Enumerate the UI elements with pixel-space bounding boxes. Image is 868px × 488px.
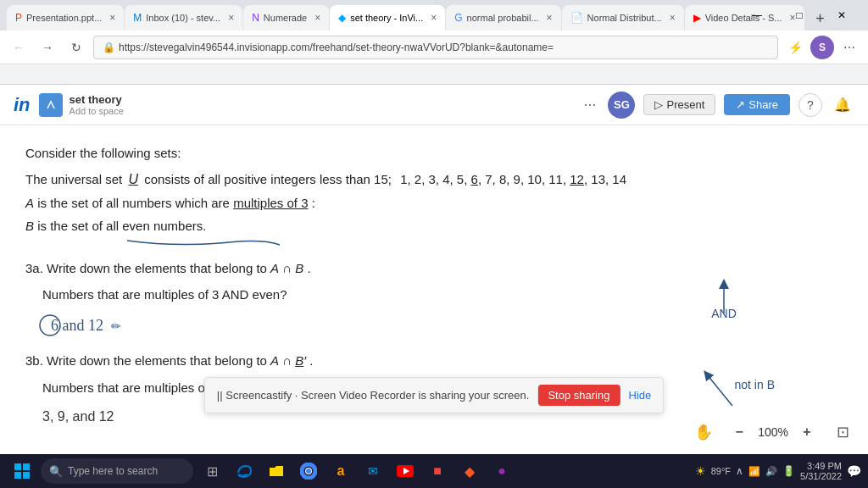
set-a-colon: : — [312, 196, 315, 210]
mail-icon: M — [133, 12, 142, 24]
tab-ppt-close[interactable]: × — [109, 12, 115, 24]
q3a-number: 3a. Write down the elements that belong … — [25, 261, 270, 275]
tab-mail-label: Inbox (10) - stev... — [146, 13, 220, 23]
app9[interactable]: ● — [487, 456, 517, 486]
window-controls: — □ ✕ — [731, 0, 868, 30]
mail-app[interactable]: ✉ — [358, 456, 388, 486]
svg-point-2 — [40, 315, 60, 336]
tab-normprob[interactable]: G normal probabil... × — [446, 5, 560, 30]
notification-center-button[interactable]: 💬 — [847, 464, 861, 478]
app-title-block: set theory Add to space — [70, 93, 124, 116]
screencastify-bar: || Screencastify · Screen Video Recorder… — [204, 377, 664, 413]
tab-ppt-label: Presentation.ppt... — [26, 13, 102, 23]
taskbar-search-label: Type here to search — [68, 465, 158, 477]
back-button[interactable]: ← — [7, 36, 31, 59]
minimize-button[interactable]: — — [737, 3, 776, 28]
forward-button[interactable]: → — [36, 36, 59, 59]
edge-app[interactable] — [229, 456, 259, 486]
battery-icon: 🔋 — [782, 465, 795, 477]
app-header-right: ··· SG ▷ Present ↗ Share ? 🔔 — [580, 92, 854, 119]
address-text: https://stevegalvin496544.invisionapp.co… — [119, 42, 769, 53]
zoom-controls: − 100% + — [726, 419, 821, 446]
stop-sharing-button[interactable]: Stop sharing — [537, 385, 620, 406]
present-button[interactable]: ▷ Present — [643, 94, 715, 115]
screencastify-message: || Screencastify · Screen Video Recorder… — [217, 389, 530, 402]
present-label: Present — [666, 98, 704, 111]
q3a-desc: Numbers that are multiples of 3 AND even… — [42, 287, 287, 302]
svg-point-10 — [306, 469, 311, 474]
tab-settheory[interactable]: ◆ set theory - InVi... × — [330, 5, 445, 30]
share-icon: ↗ — [736, 98, 745, 111]
weather-icon: ☀ — [695, 464, 706, 478]
consider-row: Consider the following sets: — [25, 142, 843, 164]
chrome-icon — [300, 463, 317, 480]
q3b-number: 3b. Write down the elements that belong … — [25, 353, 270, 368]
browser-chrome: P Presentation.ppt... × M Inbox (10) - s… — [0, 0, 868, 85]
extensions-button[interactable]: ⚡ — [783, 36, 807, 59]
app8[interactable]: ◆ — [454, 456, 485, 486]
q3a-set-a: A — [270, 261, 279, 275]
tab-numerade[interactable]: N Numerade × — [243, 5, 329, 30]
maximize-button[interactable]: □ — [780, 3, 819, 28]
address-bar[interactable]: 🔒 https://stevegalvin496544.invisionapp.… — [93, 36, 778, 59]
amazon-app[interactable]: a — [326, 456, 356, 486]
main-content: Consider the following sets: The univers… — [0, 125, 868, 451]
set-a-text: is the set of all numbers which are — [37, 196, 233, 210]
youtube-icon — [397, 465, 414, 477]
start-button[interactable] — [7, 456, 37, 486]
fit-to-screen-button[interactable]: ⊡ — [829, 419, 856, 446]
tab-ppt[interactable]: P Presentation.ppt... × — [7, 5, 124, 30]
zoom-out-button[interactable]: − — [726, 419, 753, 446]
wifi-icon: 📶 — [748, 466, 760, 477]
tab-normdist[interactable]: 📄 Normal Distribut... × — [562, 5, 684, 30]
more-options-button[interactable]: ··· — [580, 96, 599, 114]
taskview-button[interactable]: ⊞ — [197, 456, 227, 486]
invision-app-icon — [39, 93, 63, 117]
set-b-label: B — [25, 219, 34, 233]
tab-normdist-close[interactable]: × — [670, 12, 676, 24]
play-icon: ▷ — [654, 98, 663, 111]
explorer-app[interactable] — [261, 456, 292, 486]
svg-rect-4 — [14, 463, 21, 470]
refresh-button[interactable]: ↻ — [64, 36, 88, 59]
windows-logo-icon — [14, 463, 31, 480]
close-button[interactable]: ✕ — [822, 3, 861, 28]
notinb-annotation: not in B — [690, 370, 775, 419]
tab-settheory-close[interactable]: × — [431, 12, 437, 24]
lock-icon: 🔒 — [103, 42, 115, 53]
q3b-prime: ′ — [303, 353, 306, 368]
tab-normprob-close[interactable]: × — [547, 12, 553, 24]
hide-button[interactable]: Hide — [628, 389, 651, 402]
doc-icon: 📄 — [570, 12, 583, 24]
clock-date: 5/31/2022 — [800, 471, 842, 481]
annotation-spacer-a — [25, 239, 843, 247]
youtube-app[interactable] — [390, 456, 420, 486]
q3b-set-b-prime: B — [295, 353, 303, 368]
taskbar-search[interactable]: 🔍 Type here to search — [41, 458, 193, 484]
tab-numerade-close[interactable]: × — [314, 12, 320, 24]
video-icon: ▶ — [693, 12, 701, 24]
svg-line-3 — [707, 374, 732, 406]
nav-actions: ⚡ S ⋯ — [783, 36, 861, 59]
tab-mail[interactable]: M Inbox (10) - stev... × — [125, 5, 242, 30]
ppt-icon: P — [15, 12, 22, 24]
invision-icon: ◆ — [338, 12, 346, 24]
user-avatar[interactable]: SG — [608, 92, 635, 119]
taskbar-tray: ∧ — [736, 465, 743, 477]
tab-mail-close[interactable]: × — [228, 12, 234, 24]
settings-button[interactable]: ⋯ — [837, 36, 861, 59]
chrome-app[interactable] — [293, 456, 324, 486]
profile-button[interactable]: S — [810, 36, 834, 59]
question-3b: 3b. Write down the elements that belong … — [25, 350, 843, 372]
q3a-set-b: B — [295, 261, 303, 275]
app-logo: set theory Add to space — [39, 93, 124, 117]
nav-bar: ← → ↻ 🔒 https://stevegalvin496544.invisi… — [0, 30, 868, 64]
app7[interactable]: ■ — [422, 456, 453, 486]
hand-tool[interactable]: ✋ — [690, 419, 717, 446]
help-button[interactable]: ? — [798, 93, 822, 117]
zoom-in-button[interactable]: + — [793, 419, 821, 446]
notifications-button[interactable]: 🔔 — [831, 93, 854, 117]
share-button[interactable]: ↗ Share — [724, 94, 790, 115]
tab-numerade-label: Numerade — [264, 13, 307, 23]
universal-row: The universal set U consists of all posi… — [25, 168, 843, 191]
